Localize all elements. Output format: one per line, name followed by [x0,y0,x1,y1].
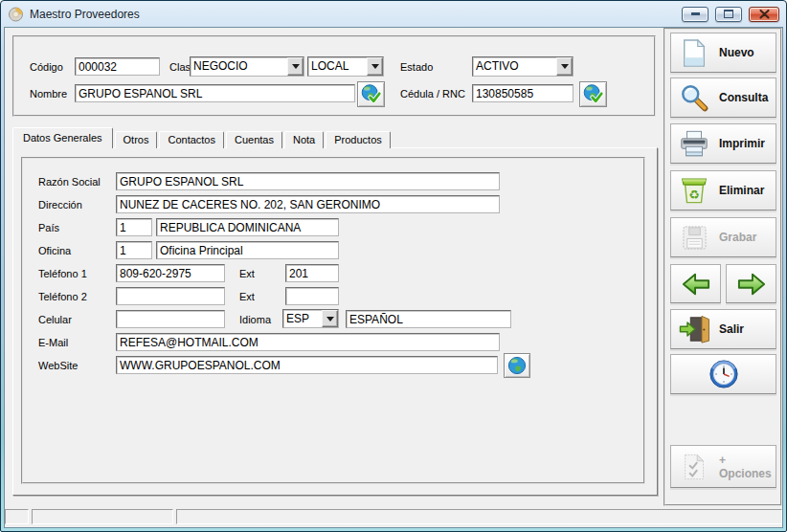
direccion-label: Dirección [38,199,82,211]
ext1-label: Ext [239,268,255,279]
nuevo-button[interactable]: Nuevo [670,33,776,73]
oficina-label: Oficina [38,245,71,256]
ext1-input[interactable] [285,264,339,282]
tab-otros[interactable]: Otros [115,131,158,148]
titlebar: Maestro Proveedores [1,1,786,27]
idioma-name-input[interactable] [346,310,511,328]
estado-dropdown-button[interactable] [556,57,573,76]
telefono2-input[interactable] [116,287,225,305]
arrow-left-icon [680,270,712,299]
tab-productos[interactable]: Productos [326,131,391,148]
tab-contactos[interactable]: Contactos [159,131,224,148]
consulta-label: Consulta [719,91,768,104]
imprimir-label: Imprimir [719,137,765,150]
abrir-website-button[interactable] [504,353,530,378]
buscar-cedula-button[interactable] [579,81,607,107]
imprimir-button[interactable]: Imprimir [670,123,776,164]
tab-nota[interactable]: Nota [284,131,324,148]
chevron-down-icon [292,64,300,73]
salir-button[interactable]: Salir [670,309,776,349]
app-window: Maestro Proveedores Código Clase NEGOCIO… [0,0,787,532]
email-input[interactable] [116,333,500,351]
client-area: Código Clase NEGOCIO LOCAL Estado ACTIVO… [5,28,782,527]
status-cell-2 [32,509,173,524]
email-label: E-Mail [38,337,68,348]
oficina-name-input[interactable] [156,241,339,259]
globe-check-icon [360,83,383,105]
maximize-button[interactable] [715,7,742,22]
close-button[interactable] [749,7,779,22]
reloj-button[interactable] [670,354,776,394]
clase-value: NEGOCIO [191,57,287,76]
eliminar-button[interactable]: ♻ Eliminar [670,170,776,211]
subclase-value: LOCAL [308,57,367,76]
idioma-dropdown-button[interactable] [322,310,338,327]
cedula-input[interactable] [472,84,573,102]
tab-strip: Datos Generales Otros Contactos Cuentas … [12,127,393,148]
website-label: WebSite [38,360,78,371]
subclase-select[interactable]: LOCAL [307,56,384,77]
app-icon [8,7,24,22]
razon-social-label: Razón Social [38,176,101,188]
nuevo-label: Nuevo [719,46,754,59]
clase-select[interactable]: NEGOCIO [190,56,304,77]
grabar-label: Grabar [719,231,756,244]
subclase-dropdown-button[interactable] [367,57,383,76]
ext2-label: Ext [239,291,255,302]
printer-icon [676,130,712,158]
header-panel: Código Clase NEGOCIO LOCAL Estado ACTIVO… [12,35,656,117]
exit-door-icon [676,315,712,344]
salir-label: Salir [719,322,744,336]
arrow-right-icon [735,270,768,299]
action-sidebar: Nuevo Consulta [663,28,782,506]
magnifier-icon [676,83,712,112]
pais-code-input[interactable] [116,218,152,236]
estado-value: ACTIVO [473,57,556,76]
status-cell-3 [176,509,782,524]
cedula-label: Cédula / RNC [400,88,465,100]
opciones-label: + Opciones [719,454,772,480]
maximize-icon [724,10,733,18]
buscar-nombre-button[interactable] [357,81,385,107]
oficina-code-input[interactable] [116,241,152,259]
globe-icon [506,355,528,376]
direccion-input[interactable] [116,195,500,213]
nombre-label: Nombre [30,88,67,100]
svg-text:♻: ♻ [688,188,700,202]
close-icon [759,10,770,19]
chevron-down-icon [561,64,569,73]
idioma-label: Idioma [239,314,271,325]
ext2-input[interactable] [285,287,339,305]
new-document-icon [676,38,712,68]
codigo-input[interactable] [75,57,160,76]
pais-name-input[interactable] [156,218,339,236]
estado-select[interactable]: ACTIVO [472,56,573,77]
eliminar-label: Eliminar [719,184,764,197]
minimize-icon [691,12,700,15]
grabar-button[interactable]: Grabar [670,217,776,257]
telefono1-input[interactable] [116,264,225,282]
opciones-button[interactable]: + Opciones [670,445,776,488]
tab-cuentas[interactable]: Cuentas [226,131,282,148]
chevron-down-icon [371,64,379,73]
idioma-select[interactable]: ESP [282,309,339,328]
minimize-button[interactable] [682,7,708,22]
celular-input[interactable] [116,310,225,328]
anterior-button[interactable] [670,264,721,303]
telefono1-label: Teléfono 1 [38,268,87,279]
siguiente-button[interactable] [726,264,776,303]
floppy-disk-icon [676,224,712,252]
consulta-button[interactable]: Consulta [670,78,776,118]
checklist-document-icon [676,453,712,481]
celular-label: Celular [38,314,72,325]
razon-social-input[interactable] [116,172,500,190]
estado-label: Estado [400,61,433,73]
window-title: Maestro Proveedores [30,8,140,21]
nombre-input[interactable] [75,84,355,102]
codigo-label: Código [30,61,63,73]
website-input[interactable] [116,356,498,374]
tab-datos-generales[interactable]: Datos Generales [12,127,113,148]
status-bar [5,508,782,525]
pais-label: País [38,222,59,233]
clase-dropdown-button[interactable] [287,57,304,76]
